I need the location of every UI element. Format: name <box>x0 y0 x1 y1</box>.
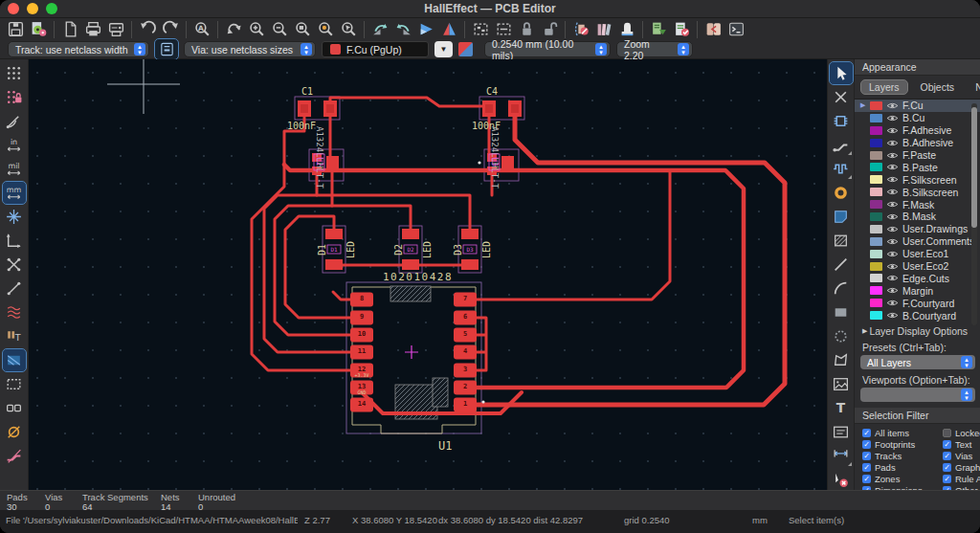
show-ratsnest-button[interactable] <box>3 254 26 276</box>
undo-button[interactable] <box>136 19 159 39</box>
add-rule-area-button[interactable] <box>830 230 853 252</box>
layer-color-swatch[interactable] <box>870 225 882 233</box>
tab-layers[interactable]: Layers <box>860 79 908 95</box>
route-tracks-button[interactable] <box>830 134 853 156</box>
units-mm-button[interactable]: mm <box>3 182 26 204</box>
layer-row-user-comments[interactable]: User.Comments <box>855 235 980 248</box>
grid-size-select[interactable]: 0.2540 mm (10.00 mils) ▲▼ <box>484 41 611 57</box>
filter-zones[interactable]: ✓Zones <box>862 474 943 484</box>
layer-color-swatch[interactable] <box>870 175 882 184</box>
delete-tool-button[interactable] <box>830 469 853 491</box>
presets-select[interactable]: All Layers ▲▼ <box>860 355 975 369</box>
zoom-out-button[interactable] <box>268 19 291 39</box>
layer-color-swatch[interactable] <box>870 114 882 122</box>
layer-row-b-adhesive[interactable]: B.Adhesive <box>855 137 980 149</box>
viewports-select[interactable]: ▲▼ <box>860 388 975 402</box>
filter-vias[interactable]: ✓Vias <box>943 451 980 461</box>
layer-row-b-paste[interactable]: B.Paste <box>855 161 980 173</box>
layer-color-swatch[interactable] <box>870 188 882 196</box>
layer-color-swatch[interactable] <box>870 101 882 110</box>
pcb-canvas[interactable]: D1D1LEDD2D2LEDD3D3LED879610511412+3.3V31… <box>29 59 827 494</box>
layer-color-swatch[interactable] <box>870 200 882 209</box>
checkbox[interactable]: ✓ <box>862 475 871 483</box>
add-circle-button[interactable] <box>830 325 853 347</box>
tab-nets[interactable]: Nets <box>967 79 980 95</box>
flip-board-view-button[interactable] <box>414 19 437 39</box>
checkbox[interactable]: ✓ <box>943 452 951 460</box>
layer-color-swatch[interactable] <box>870 163 882 171</box>
tracks-outline-button[interactable] <box>3 445 26 467</box>
layer-color-swatch[interactable] <box>870 151 882 160</box>
vias-outline-button[interactable] <box>3 421 26 443</box>
layer-visibility-toggle[interactable] <box>886 200 899 209</box>
layer-color-swatch[interactable] <box>870 139 882 147</box>
layer-color-swatch[interactable] <box>870 250 882 258</box>
local-ratsnest-button[interactable] <box>830 86 853 108</box>
layer-visibility-toggle[interactable] <box>886 225 899 233</box>
save-button[interactable] <box>4 19 27 39</box>
add-rectangle-button[interactable] <box>830 301 853 323</box>
layer-visibility-toggle[interactable] <box>886 163 899 171</box>
layer-visibility-toggle[interactable] <box>886 250 899 258</box>
layer-color-swatch[interactable] <box>870 126 882 135</box>
crosshair-style-button[interactable] <box>3 206 26 228</box>
filter-rule-areas[interactable]: ✓Rule Areas <box>943 474 980 484</box>
layer-visibility-toggle[interactable] <box>886 126 899 135</box>
pads-outline-button[interactable] <box>3 397 26 419</box>
refresh-view-button[interactable] <box>222 19 245 39</box>
via-size-select[interactable]: Via: use netclass sizes ▲▼ <box>184 41 316 57</box>
drawing-sheet-button[interactable] <box>3 230 26 252</box>
add-zone-button[interactable] <box>830 206 853 228</box>
lock-button[interactable] <box>515 19 538 39</box>
net-names-button[interactable]: T <box>3 325 26 347</box>
layer-row-f-silkscreen[interactable]: F.Silkscreen <box>855 173 980 186</box>
layer-color-swatch[interactable] <box>870 237 882 246</box>
layer-row-edge-cuts[interactable]: Edge.Cuts <box>855 272 980 284</box>
units-inches-button[interactable]: in <box>3 134 26 156</box>
add-arc-button[interactable] <box>830 278 853 300</box>
ungroup-button[interactable] <box>492 19 515 39</box>
layer-visibility-toggle[interactable] <box>886 139 899 147</box>
checkbox[interactable]: ✓ <box>943 440 951 449</box>
layer-row-b-courtyard[interactable]: B.Courtyard <box>855 309 980 322</box>
layer-row-user-eco1[interactable]: User.Eco1 <box>855 248 980 260</box>
filter-graphics[interactable]: ✓Graphics <box>943 462 980 473</box>
add-textbox-button[interactable] <box>830 421 853 443</box>
toggle-grid-button[interactable] <box>3 62 26 84</box>
layer-visibility-toggle[interactable] <box>886 286 899 295</box>
layer-color-swatch[interactable] <box>870 299 882 307</box>
track-width-select[interactable]: Track: use netclass width ▲▼ <box>8 41 149 57</box>
layer-row-f-courtyard[interactable]: F.Courtyard <box>855 297 980 309</box>
mirror-view-button[interactable] <box>437 19 460 39</box>
footprint-checker-button[interactable] <box>615 19 638 39</box>
layer-pair-toggle[interactable] <box>458 42 473 56</box>
layer-visibility-toggle[interactable] <box>886 212 899 221</box>
layer-visibility-toggle[interactable] <box>886 175 899 184</box>
filter-locked-items[interactable]: Locked items <box>943 428 980 438</box>
track-width-menu-button[interactable] <box>155 39 178 59</box>
checkbox[interactable]: ✓ <box>943 475 951 483</box>
layer-color-swatch[interactable] <box>870 311 882 320</box>
layer-color-swatch[interactable] <box>870 274 882 282</box>
layer-dropdown-button[interactable]: ▼ <box>434 41 453 57</box>
polar-coordinates-button[interactable] <box>3 110 26 132</box>
active-layer-select[interactable]: F.Cu (PgUp) <box>322 41 429 57</box>
layer-visibility-toggle[interactable] <box>886 237 899 246</box>
zoom-to-selection-button[interactable] <box>337 19 360 39</box>
layer-visibility-toggle[interactable] <box>886 262 899 271</box>
layer-row-margin[interactable]: Margin <box>855 284 980 297</box>
checkbox[interactable]: ✓ <box>862 429 871 437</box>
footprint-library-browser-button[interactable] <box>592 19 615 39</box>
filter-pads[interactable]: ✓Pads <box>862 462 943 473</box>
unlock-button[interactable] <box>538 19 561 39</box>
scripting-console-button[interactable] <box>724 19 747 39</box>
add-via-button[interactable] <box>830 182 853 204</box>
rotate-cw-button[interactable] <box>391 19 414 39</box>
zoom-select[interactable]: Zoom 2.20 ▲▼ <box>616 41 693 57</box>
update-pcb-from-schematic-button[interactable] <box>647 19 670 39</box>
layer-visibility-toggle[interactable] <box>886 188 899 196</box>
layer-row-f-mask[interactable]: F.Mask <box>855 198 980 211</box>
layer-color-swatch[interactable] <box>870 262 882 271</box>
footprint-editor-button[interactable] <box>569 19 592 39</box>
layer-visibility-toggle[interactable] <box>886 114 899 122</box>
